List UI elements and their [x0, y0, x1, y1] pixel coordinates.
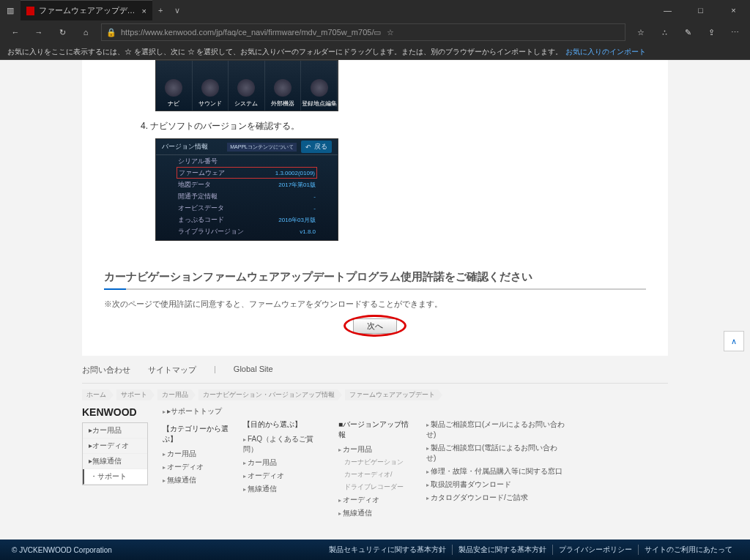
close-button[interactable]: × — [717, 0, 750, 20]
address-bar[interactable]: 🔒 https://www.kenwood.com/jp/faq/ce_navi… — [101, 23, 625, 41]
favicon — [26, 7, 34, 15]
tab-title: ファームウェアアップデートプ — [39, 5, 138, 16]
global-site-link[interactable]: Global Site — [234, 365, 273, 376]
reader-icon[interactable]: ▭ — [374, 28, 381, 37]
reading-list-icon[interactable]: ⛬ — [653, 22, 675, 42]
support-top-link[interactable]: ▸サポートトップ — [163, 406, 229, 417]
page-content: ナビ サウンド システム 外部機器 登録地点編集 4. ナビソフトのバージョンを… — [0, 60, 750, 560]
license-section-title: カーナビゲーションファームウェアアップデートプログラム使用許諾をご確認ください — [104, 270, 646, 290]
highlight-circle — [344, 315, 406, 337]
favorites-icon[interactable]: ☆ — [630, 22, 652, 42]
import-favorites-link[interactable]: お気に入りのインポート — [565, 47, 646, 57]
favorite-star-icon[interactable]: ☆ — [387, 28, 394, 37]
brand-logo: KENWOOD — [82, 406, 148, 418]
favorites-hint: お気に入りをここに表示するには、☆ を選択し、次に ☆ を選択して、お気に入りバ… — [7, 47, 562, 57]
close-icon[interactable]: × — [142, 7, 146, 15]
maximize-button[interactable]: □ — [684, 0, 717, 20]
version-info-screenshot: バージョン情報 MAPPLコンテンツについて ↶戻る シリアル番号 ファームウェ… — [155, 138, 338, 241]
minimize-button[interactable]: — — [651, 0, 684, 20]
new-tab-button[interactable]: + — [152, 6, 168, 15]
url-text: https://www.kenwood.com/jp/faq/ce_navi/f… — [121, 28, 374, 37]
breadcrumb: ホーム サポート カー用品 カーナビゲーション・バージョンアップ情報 ファームウ… — [82, 389, 668, 400]
license-note: ※次のページで使用許諾に同意すると、ファームウェアをダウンロードすることができま… — [104, 299, 646, 310]
navi-settings-screenshot: ナビ サウンド システム 外部機器 登録地点編集 — [155, 60, 338, 111]
app-icon: ▥ — [0, 6, 21, 15]
favorites-bar: お気に入りをここに表示するには、☆ を選択し、次に ☆ を選択して、お気に入りバ… — [0, 44, 750, 60]
contact-link[interactable]: お問い合わせ — [82, 365, 130, 376]
window-titlebar: ▥ ファームウェアアップデートプ × + ∨ — □ × — [0, 0, 750, 20]
back-button[interactable]: ← — [4, 22, 26, 42]
scroll-to-top-button[interactable]: ∧ — [724, 331, 744, 351]
copyright: © JVCKENWOOD Corporation — [12, 546, 112, 554]
forward-button[interactable]: → — [28, 22, 50, 42]
footer-nav: お問い合わせ サイトマップ | Global Site ホーム サポート カー用… — [0, 356, 750, 527]
footer-bar: © JVCKENWOOD Corporation 製品セキュリティに関する基本方… — [0, 540, 750, 560]
share-icon[interactable]: ⇪ — [700, 22, 722, 42]
step-4-text: 4. ナビソフトのバージョンを確認する。 — [141, 120, 646, 132]
browser-toolbar: ← → ↻ ⌂ 🔒 https://www.kenwood.com/jp/faq… — [0, 20, 750, 44]
browser-tab[interactable]: ファームウェアアップデートプ × — [21, 0, 152, 20]
lock-icon: 🔒 — [106, 28, 116, 37]
tab-scroll-icon[interactable]: ∨ — [168, 6, 186, 15]
home-button[interactable]: ⌂ — [75, 22, 97, 42]
sitemap-link[interactable]: サイトマップ — [148, 365, 196, 376]
notes-icon[interactable]: ✎ — [677, 22, 699, 42]
reload-button[interactable]: ↻ — [51, 22, 73, 42]
more-icon[interactable]: ⋯ — [724, 22, 746, 42]
side-category-menu: ▸カー用品 ▸オーディオ ▸無線通信 ・サポート — [82, 422, 148, 485]
